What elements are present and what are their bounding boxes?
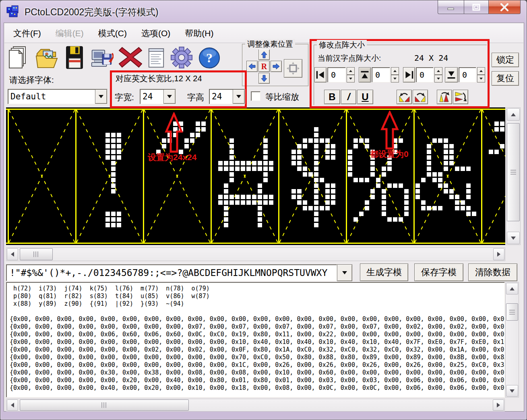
margin-left-icon-button[interactable] xyxy=(314,67,327,82)
export-to-disk-icon[interactable] xyxy=(91,45,114,70)
char-width-combobox[interactable]: 24 xyxy=(140,89,176,104)
code-line: {0x00, 0x00, 0x00, 0x00, 0x00, 0x00, 0x0… xyxy=(10,346,504,354)
menu-help[interactable]: 帮助(H) xyxy=(179,25,219,41)
output-scroll-down-button[interactable] xyxy=(506,385,518,397)
margin-right-input[interactable]: 0 xyxy=(416,67,434,82)
font-combobox-dropdown-button[interactable] xyxy=(95,89,107,104)
reset-position-label: R xyxy=(261,62,267,71)
close-button[interactable] xyxy=(488,0,521,14)
current-size-value: 24 X 24 xyxy=(414,53,448,63)
flip-horizontal-button[interactable] xyxy=(453,90,468,104)
canvas-scroll-down-button[interactable] xyxy=(507,232,520,244)
margin-bottom-icon-button[interactable] xyxy=(445,67,458,82)
canvas-vscroll-thumb[interactable] xyxy=(507,123,520,221)
char-height-dropdown-button[interactable] xyxy=(233,89,245,104)
move-up-button[interactable] xyxy=(258,49,270,60)
margin-top-icon-button[interactable] xyxy=(359,67,371,82)
help-icon[interactable]: ? xyxy=(198,45,221,70)
canvas-scroll-up-button[interactable] xyxy=(507,108,520,121)
rotate-right-icon xyxy=(414,91,426,103)
view-report-icon[interactable] xyxy=(147,45,165,70)
menu-edit: 编辑(E) xyxy=(50,25,89,41)
save-font-button[interactable]: 保存字模 xyxy=(414,264,463,281)
output-hscroll-thumb[interactable] xyxy=(20,399,189,411)
move-down-button[interactable] xyxy=(258,73,270,84)
font-data-output[interactable]: h(72) i(73) j(74) k(75) l(76) m(77) n(78… xyxy=(6,282,505,397)
code-line: x(88) y(89) z(90) {(91) |(92) }(93) ~(94… xyxy=(10,300,504,308)
italic-button[interactable]: / xyxy=(341,90,356,104)
underline-button[interactable]: U xyxy=(357,90,373,104)
move-left-button[interactable] xyxy=(246,61,258,72)
new-document-icon[interactable] xyxy=(8,45,30,70)
arrow-right-icon xyxy=(497,252,500,257)
move-right-button[interactable] xyxy=(271,61,282,72)
output-hscrollbar[interactable] xyxy=(6,399,505,412)
code-line: {0x00, 0x00, 0x00, 0x00, 0x30, 0x00, 0x3… xyxy=(10,369,504,377)
reset-position-button[interactable]: R xyxy=(258,61,270,72)
app-icon xyxy=(6,4,21,19)
svg-text:?: ? xyxy=(206,51,213,65)
flip-vertical-button[interactable] xyxy=(437,90,452,104)
bold-button[interactable]: B xyxy=(324,90,340,104)
clear-data-button[interactable]: 清除数据 xyxy=(468,264,517,281)
rotate-right-button[interactable] xyxy=(413,90,428,104)
menu-file[interactable]: 文件(F) xyxy=(8,25,47,41)
delete-icon[interactable] xyxy=(119,45,142,70)
margin-left-spinner[interactable] xyxy=(347,67,355,82)
italic-label: / xyxy=(347,91,350,103)
generate-font-button[interactable]: 生成字模 xyxy=(360,264,408,281)
margin-right-spinner[interactable] xyxy=(434,67,442,82)
canvas-vscrollbar[interactable] xyxy=(506,107,521,245)
output-vscroll-thumb[interactable] xyxy=(506,303,518,321)
chevron-down-icon xyxy=(236,95,241,98)
proportional-scale-checkbox[interactable] xyxy=(251,91,260,101)
margin-left-input[interactable]: 0 xyxy=(327,67,346,82)
char-width-label: 字宽: xyxy=(115,92,134,103)
minimize-button[interactable] xyxy=(438,0,464,14)
char-width-dropdown-button[interactable] xyxy=(163,89,176,104)
canvas-scroll-left-button[interactable] xyxy=(7,248,18,260)
char-height-combobox[interactable]: 24 xyxy=(209,89,245,104)
open-file-icon[interactable] xyxy=(35,45,58,70)
settings-gear-icon[interactable] xyxy=(170,45,193,70)
code-line: {0x00, 0x00, 0x00, 0x00, 0x00, 0x00, 0x0… xyxy=(10,354,504,361)
output-scroll-up-button[interactable] xyxy=(506,283,518,294)
char-list-dropdown-button[interactable] xyxy=(337,264,352,281)
window-title: PCtoLCD2002完美版-(字符模式) xyxy=(25,6,158,19)
chevron-down-icon xyxy=(342,271,347,274)
save-icon[interactable] xyxy=(63,45,86,70)
margin-top-spinner[interactable] xyxy=(391,67,399,82)
lock-button[interactable]: 锁定 xyxy=(492,53,519,67)
current-size-label: 当前汉字点阵大小: xyxy=(318,53,381,64)
canvas-hscroll-thumb[interactable] xyxy=(20,248,53,260)
canvas-hscrollbar[interactable] xyxy=(6,247,505,261)
code-line: {0x00, 0x00, 0x00, 0x00, 0x00, 0x00, 0x0… xyxy=(10,315,504,323)
output-scroll-right-button[interactable] xyxy=(493,399,504,411)
annotation-zero-text: 都设置为0 xyxy=(370,148,409,160)
menu-options[interactable]: 选项(O) xyxy=(136,25,176,41)
arrow-up-icon xyxy=(261,51,267,58)
center-glyph-button[interactable] xyxy=(284,59,302,78)
code-line: {0x00, 0x00, 0x00, 0x00, 0x00, 0x20, 0x0… xyxy=(10,377,504,384)
move-left-edge-icon xyxy=(316,70,325,80)
margin-right-icon-button[interactable] xyxy=(403,67,415,82)
margin-bottom-spinner[interactable] xyxy=(477,67,485,82)
canvas-scroll-right-button[interactable] xyxy=(493,248,504,260)
arrow-right-icon xyxy=(273,63,280,70)
char-width-value: 24 xyxy=(140,89,163,104)
margin-top-input[interactable]: 0 xyxy=(372,67,390,82)
char-list-field[interactable]: !"#$%&'()*+,-./0123456789:;<=>?@ABCDEFGH… xyxy=(6,264,337,281)
maximize-button[interactable] xyxy=(464,0,488,14)
margin-bottom-input[interactable]: 0 xyxy=(459,67,476,82)
arrow-left-icon xyxy=(11,403,14,408)
font-combobox[interactable]: Default xyxy=(8,89,107,104)
annotation-size-text: 设置为24x24 xyxy=(148,152,196,163)
output-scroll-left-button[interactable] xyxy=(7,399,18,411)
reset-button[interactable]: 复位 xyxy=(492,71,519,86)
rotate-left-button[interactable] xyxy=(397,90,412,104)
lcd-canvas[interactable] xyxy=(6,107,505,245)
thumb-grip xyxy=(510,170,516,175)
menu-mode[interactable]: 模式(C) xyxy=(93,25,132,41)
ratio-label: 对应英文长宽比,12 X 24 xyxy=(116,73,202,84)
output-vscrollbar[interactable] xyxy=(505,282,519,397)
